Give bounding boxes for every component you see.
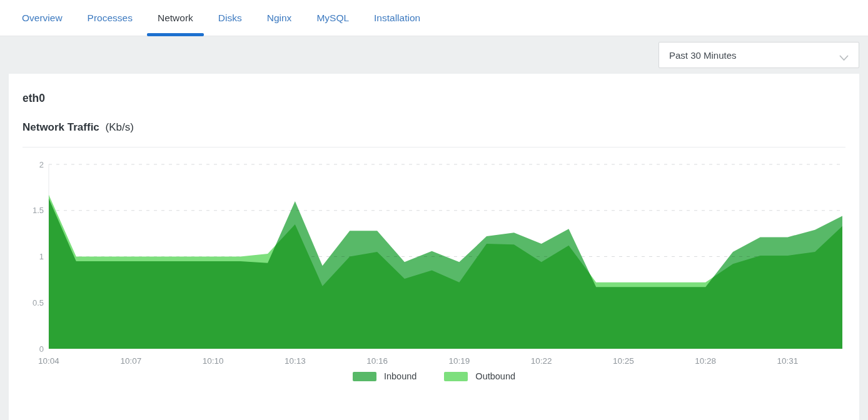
tab-network[interactable]: Network (147, 0, 204, 36)
svg-text:10:13: 10:13 (285, 356, 306, 366)
tab-processes[interactable]: Processes (77, 0, 143, 36)
divider (23, 147, 845, 148)
chart-legend: InboundOutbound (23, 371, 845, 381)
legend-swatch-outbound (444, 372, 468, 381)
tab-label: MySQL (316, 12, 349, 24)
svg-text:0.5: 0.5 (33, 298, 44, 308)
top-tab-bar: Overview Processes Network Disks Nginx M… (0, 0, 868, 36)
tab-label: Overview (22, 12, 63, 24)
chart-title-unit: (Kb/s) (106, 121, 134, 133)
svg-text:10:19: 10:19 (449, 356, 470, 366)
svg-text:10:10: 10:10 (203, 356, 224, 366)
svg-text:10:16: 10:16 (366, 356, 388, 366)
svg-text:10:22: 10:22 (531, 356, 552, 366)
chart-title-text: Network Traffic (23, 121, 99, 133)
tab-label: Network (158, 12, 193, 24)
legend-item-inbound[interactable]: Inbound (353, 371, 416, 381)
svg-text:1: 1 (39, 252, 44, 261)
tab-mysql[interactable]: MySQL (306, 0, 360, 36)
tab-label: Installation (374, 12, 420, 24)
legend-label: Inbound (384, 371, 416, 381)
tab-label: Nginx (267, 12, 292, 24)
filter-bar: Past 30 Minutes (0, 36, 868, 74)
tab-disks[interactable]: Disks (208, 0, 253, 36)
chevron-down-icon (839, 55, 849, 61)
inbound-area (49, 199, 842, 349)
network-panel: eth0 Network Traffic (Kb/s) 00.511.5210:… (9, 74, 859, 420)
legend-label: Outbound (475, 371, 515, 381)
tab-label: Processes (88, 12, 133, 24)
legend-swatch-inbound (353, 372, 376, 381)
tab-label: Disks (218, 12, 242, 24)
tab-nginx[interactable]: Nginx (256, 0, 303, 36)
svg-text:2: 2 (39, 160, 44, 169)
svg-text:0: 0 (39, 344, 44, 354)
svg-text:10:07: 10:07 (120, 356, 141, 366)
svg-text:10:28: 10:28 (695, 356, 716, 366)
svg-text:10:25: 10:25 (613, 356, 634, 366)
tab-overview[interactable]: Overview (11, 0, 73, 36)
time-range-select[interactable]: Past 30 Minutes (659, 42, 859, 68)
svg-text:10:31: 10:31 (777, 356, 799, 366)
svg-text:1.5: 1.5 (33, 206, 44, 215)
active-tab-indicator (147, 33, 204, 36)
network-traffic-chart: 00.511.5210:0410:0710:1010:1310:1610:191… (23, 154, 845, 369)
chart-title: Network Traffic (Kb/s) (23, 121, 845, 134)
svg-text:10:04: 10:04 (38, 356, 59, 366)
legend-item-outbound[interactable]: Outbound (444, 371, 515, 381)
tab-installation[interactable]: Installation (363, 0, 431, 36)
time-range-value: Past 30 Minutes (669, 50, 737, 61)
interface-title: eth0 (23, 74, 845, 105)
